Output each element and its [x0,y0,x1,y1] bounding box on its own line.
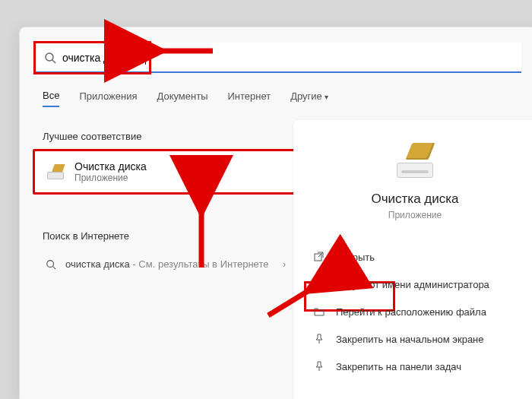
web-search-section: Поиск в Интернете очистка диска - См. ре… [35,230,293,277]
action-pin-taskbar[interactable]: Закрепить на панели задач [307,353,523,380]
tab-documents[interactable]: Документы [157,90,207,106]
start-search-window: Все Приложения Документы Интернет Другие… [19,27,532,399]
best-match-subtitle: Приложение [74,173,147,183]
svg-point-2 [47,260,54,267]
best-match-title: Очистка диска [74,160,147,173]
web-search-label: Поиск в Интернете [43,230,286,242]
svg-line-5 [318,252,323,257]
action-label: Открыть [336,252,375,263]
action-pin-start[interactable]: Закрепить на начальном экране [307,325,523,353]
web-search-text: очистка диска - См. результаты в Интерне… [65,258,268,270]
action-list: Открыть Запуск от имени администратора П… [293,243,532,380]
tabs-row: Все Приложения Документы Интернет Другие… [43,90,328,107]
tab-internet[interactable]: Интернет [227,90,271,106]
folder-icon [313,306,325,318]
best-match-item[interactable]: Очистка диска Приложение [35,151,293,192]
action-label: Перейти к расположению файла [336,306,486,318]
action-label: Запуск от имени администратора [336,279,489,290]
search-box[interactable] [35,43,521,73]
web-search-item[interactable]: очистка диска - См. результаты в Интерне… [35,251,293,277]
disk-cleanup-icon [46,164,65,179]
action-open[interactable]: Открыть [307,243,523,271]
pin-icon [313,360,325,372]
search-input[interactable] [62,43,503,73]
tab-all[interactable]: Все [43,90,59,107]
app-title: Очистка диска [293,192,532,207]
best-match-label: Лучшее соответствие [43,131,286,142]
chevron-right-icon: › [283,259,286,270]
shield-icon [313,278,325,290]
action-run-admin[interactable]: Запуск от имени администратора [307,271,523,298]
text-cursor [145,51,146,65]
pin-icon [313,333,325,345]
action-file-location[interactable]: Перейти к расположению файла [307,298,523,325]
svg-line-1 [52,60,55,63]
annotation-box [33,149,296,195]
disk-cleanup-icon [392,143,438,178]
open-icon [313,251,325,263]
app-type: Приложение [293,210,532,220]
svg-line-3 [53,266,56,269]
results-left: Лучшее соответствие Очистка диска Прилож… [35,126,293,277]
svg-point-0 [46,53,53,61]
tab-apps[interactable]: Приложения [79,90,137,106]
search-icon [44,52,56,64]
tab-more[interactable]: Другие▾ [290,90,328,106]
action-label: Закрепить на начальном экране [336,334,484,345]
search-icon [46,259,56,270]
chevron-down-icon: ▾ [325,93,328,101]
details-panel: Очистка диска Приложение Открыть Запуск … [293,120,532,399]
action-label: Закрепить на панели задач [336,361,461,372]
